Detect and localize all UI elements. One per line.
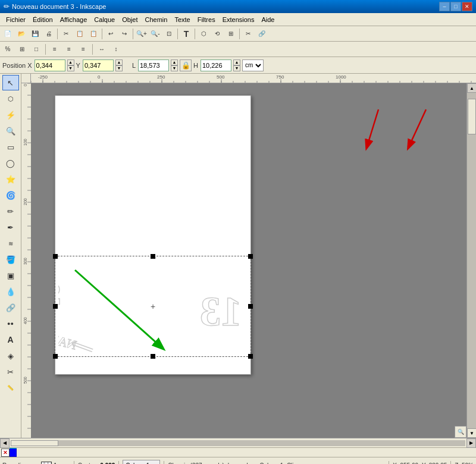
undo-button[interactable]: ↩ [104, 27, 117, 40]
circle-tool-btn[interactable]: ◯ [2, 155, 19, 171]
zoom-out-button[interactable]: 🔍- [149, 27, 162, 40]
canvas-area[interactable]: STORM 13 ⟹ NAIB ↔ ↔ + [21, 74, 476, 438]
lock-aspect-button[interactable]: 🔒 [180, 59, 192, 71]
xml-editor-btn[interactable]: ✂ [242, 27, 255, 40]
flip-v-btn[interactable]: ↕ [109, 43, 123, 56]
menu-calque[interactable]: Calque [90, 15, 118, 24]
scroll-left-button[interactable]: ◀ [0, 438, 10, 448]
scroll-right-button[interactable]: ▶ [466, 438, 476, 448]
copy-button[interactable]: 📋 [73, 27, 86, 40]
pos-x-spinner[interactable]: ▲ ▼ [67, 59, 74, 71]
maximize-button[interactable]: □ [450, 2, 461, 11]
minimize-button[interactable]: – [439, 2, 450, 11]
bucket-tool-btn[interactable]: 🪣 [2, 252, 19, 267]
color-swatch[interactable] [10, 457, 17, 457]
rect-tool-btn[interactable]: ▭ [2, 139, 19, 155]
align-btn[interactable]: ⊞ [224, 27, 237, 40]
zoom-fit-button[interactable]: ⊡ [162, 27, 176, 40]
shape-tool-btn[interactable]: ◈ [2, 348, 19, 363]
node-edit-btn[interactable]: ⬡ [197, 27, 210, 40]
zoom-tool-btn[interactable]: 🔍 [2, 123, 19, 139]
height-input[interactable] [201, 59, 231, 71]
paste-button[interactable]: 📋 [87, 27, 100, 40]
spray-tool-btn[interactable]: ●● [2, 316, 19, 331]
connector-tool-btn[interactable]: 🔗 [2, 300, 19, 315]
spiral-tool-btn[interactable]: 🌀 [2, 187, 19, 203]
scroll-down-button[interactable]: ▼ [467, 428, 476, 438]
remove-color-btn[interactable]: ✕ [1, 449, 10, 457]
width-up[interactable]: ▲ [171, 59, 178, 65]
right-scrollbar[interactable]: ▲ ▼ [466, 83, 476, 438]
measure-tool-btn[interactable]: 📏 [2, 380, 19, 396]
print-button[interactable]: 🖨 [42, 27, 55, 40]
pos-y-up[interactable]: ▲ [115, 59, 123, 65]
menu-texte[interactable]: Texte [171, 15, 193, 24]
color-cells [10, 447, 17, 457]
align-center-btn[interactable]: ≡ [62, 43, 76, 56]
pencil-tool-btn[interactable]: ✏ [2, 203, 19, 219]
flip-h-btn[interactable]: ↔ [95, 43, 108, 56]
pos-y-input[interactable] [83, 59, 114, 71]
h-scroll-track[interactable] [11, 440, 465, 446]
tweak-tool-btn[interactable]: ⚡ [2, 107, 19, 123]
menu-chemin[interactable]: Chemin [141, 15, 171, 24]
new-button[interactable]: 📄 [1, 27, 14, 40]
align-left-btn[interactable]: ≡ [48, 43, 61, 56]
snap-enable-btn[interactable]: % [1, 43, 14, 56]
close-button[interactable]: ✕ [462, 2, 472, 11]
height-spinner[interactable]: ▲ ▼ [233, 59, 240, 71]
pen-tool-btn[interactable]: ✒ [2, 220, 19, 235]
text-tool-btn[interactable]: T [180, 27, 193, 40]
open-button[interactable]: 📂 [15, 27, 28, 40]
pos-x-input[interactable] [35, 59, 65, 71]
scroll-thumb[interactable] [468, 99, 476, 134]
separator [177, 29, 178, 39]
eraser-tool-btn[interactable]: ✂ [2, 364, 19, 380]
fill-swatch[interactable] [41, 462, 52, 465]
text-13: 13 [200, 288, 242, 336]
menu-objet[interactable]: Objet [118, 15, 141, 24]
menu-aide[interactable]: Aide [258, 15, 278, 24]
layer-select[interactable]: Calque 1 [123, 460, 160, 465]
text-tool-btn-left[interactable]: A [2, 332, 19, 347]
zoom-indicator[interactable]: 🔍 [455, 426, 466, 438]
color-swatch[interactable] [10, 449, 17, 457]
snap-nodes-btn[interactable]: ⊞ [15, 43, 29, 56]
redo-button[interactable]: ↪ [118, 27, 131, 40]
pos-y-spinner[interactable]: ▲ ▼ [115, 59, 123, 71]
calligraphy-tool-btn[interactable]: ≋ [2, 236, 19, 251]
gradient-tool-btn[interactable]: ▣ [2, 268, 19, 283]
transform-btn[interactable]: ⟲ [211, 27, 224, 40]
zoom-in-button[interactable]: 🔍+ [135, 27, 148, 40]
pos-x-down[interactable]: ▼ [67, 65, 74, 71]
titlebar: ✏ Nouveau document 3 - Inkscape – □ ✕ [0, 0, 476, 13]
horizontal-scrollbar[interactable]: ◀ ▶ [0, 438, 476, 447]
width-spinner[interactable]: ▲ ▼ [171, 59, 178, 71]
h-scroll-thumb[interactable] [11, 440, 58, 446]
menu-edition[interactable]: Édition [29, 15, 57, 24]
scroll-up-button[interactable]: ▲ [467, 83, 476, 93]
height-up[interactable]: ▲ [233, 59, 240, 65]
height-down[interactable]: ▼ [233, 65, 240, 71]
main-toolbar: 📄 📂 💾 🖨 ✂ 📋 📋 ↩ ↪ 🔍+ 🔍- ⊡ T ⬡ ⟲ ⊞ ✂ 🔗 [0, 26, 476, 42]
menu-fichier[interactable]: Fichier [2, 15, 29, 24]
pos-x-up[interactable]: ▲ [67, 59, 74, 65]
menu-affichage[interactable]: Affichage [57, 15, 91, 24]
dropper-tool-btn[interactable]: 💧 [2, 284, 19, 299]
star-tool-btn[interactable]: ⭐ [2, 171, 19, 187]
width-input[interactable] [138, 59, 169, 71]
align-right-btn[interactable]: ≡ [77, 43, 90, 56]
select-tool-btn[interactable]: ↖ [2, 75, 19, 90]
link-btn[interactable]: 🔗 [255, 27, 268, 40]
fill-indicator: Remplissage : Aucun [2, 462, 70, 465]
scroll-track[interactable] [467, 93, 476, 428]
menu-filtres[interactable]: Filtres [194, 15, 219, 24]
pos-y-down[interactable]: ▼ [115, 65, 123, 71]
cut-button[interactable]: ✂ [60, 27, 73, 40]
unit-select[interactable]: cm mm px in [242, 59, 264, 71]
node-tool-btn[interactable]: ⬡ [2, 91, 19, 106]
menu-extensions[interactable]: Extensions [219, 15, 258, 24]
snap-bbox-btn[interactable]: □ [30, 43, 43, 56]
save-button[interactable]: 💾 [29, 27, 42, 40]
width-down[interactable]: ▼ [171, 65, 178, 71]
